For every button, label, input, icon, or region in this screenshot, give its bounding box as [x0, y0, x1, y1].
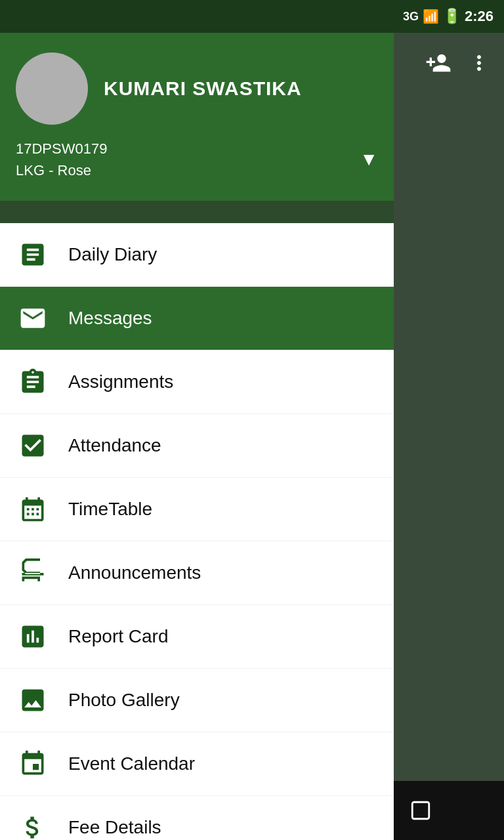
assignments-label: Assignments [68, 371, 173, 392]
menu-item-assignments[interactable]: Assignments [0, 350, 394, 414]
menu-item-fee-details[interactable]: Fee Details [0, 796, 394, 840]
more-options-button[interactable] [467, 51, 491, 81]
photo-gallery-label: Photo Gallery [68, 690, 180, 711]
event-calendar-icon [16, 747, 50, 781]
daily-diary-icon [16, 238, 50, 272]
profile-top: KUMARI SWASTIKA [16, 52, 378, 125]
student-class: LKG - Rose [16, 159, 107, 181]
report-card-label: Report Card [68, 626, 169, 647]
status-bar: 3G 📶 🔋 2:26 [0, 0, 504, 33]
event-calendar-label: Event Calendar [68, 753, 195, 774]
right-panel [394, 33, 504, 840]
signal-icon: 📶 [423, 9, 439, 24]
menu-item-messages[interactable]: Messages [0, 287, 394, 350]
timetable-icon [16, 492, 50, 526]
battery-icon: 🔋 [443, 8, 461, 25]
photo-gallery-icon [16, 683, 50, 717]
avatar [16, 52, 88, 125]
menu-item-report-card[interactable]: Report Card [0, 605, 394, 669]
timetable-label: TimeTable [68, 499, 152, 520]
messages-label: Messages [68, 308, 152, 329]
attendance-label: Attendance [68, 435, 161, 456]
add-person-button[interactable] [425, 50, 452, 82]
fee-details-icon [16, 810, 50, 840]
svg-rect-1 [413, 802, 430, 819]
student-id: 17DPSW0179 [16, 138, 107, 159]
recent-apps-button[interactable] [410, 799, 432, 822]
profile-name: KUMARI SWASTIKA [104, 77, 302, 100]
menu-item-announcements[interactable]: Announcements [0, 541, 394, 605]
fee-details-label: Fee Details [68, 817, 161, 838]
dropdown-arrow-icon[interactable]: ▼ [360, 149, 378, 170]
report-card-icon [16, 620, 50, 654]
menu-item-timetable[interactable]: TimeTable [0, 478, 394, 541]
menu-item-photo-gallery[interactable]: Photo Gallery [0, 669, 394, 732]
clock: 2:26 [465, 8, 494, 25]
status-icons: 3G 📶 🔋 2:26 [403, 8, 494, 25]
daily-diary-label: Daily Diary [68, 244, 157, 265]
announcements-label: Announcements [68, 562, 201, 583]
profile-details: 17DPSW0179 LKG - Rose [16, 138, 107, 181]
profile-section: KUMARI SWASTIKA 17DPSW0179 LKG - Rose ▼ [0, 33, 394, 201]
menu-item-daily-diary[interactable]: Daily Diary [0, 223, 394, 287]
profile-info: 17DPSW0179 LKG - Rose ▼ [16, 135, 378, 181]
menu: Daily Diary Messages Assignments Attenda… [0, 223, 394, 840]
network-indicator: 3G [403, 10, 419, 24]
assignments-icon [16, 365, 50, 399]
messages-icon [16, 301, 50, 335]
announcements-icon [16, 556, 50, 590]
attendance-icon [16, 429, 50, 463]
menu-item-attendance[interactable]: Attendance [0, 414, 394, 478]
menu-item-event-calendar[interactable]: Event Calendar [0, 732, 394, 796]
